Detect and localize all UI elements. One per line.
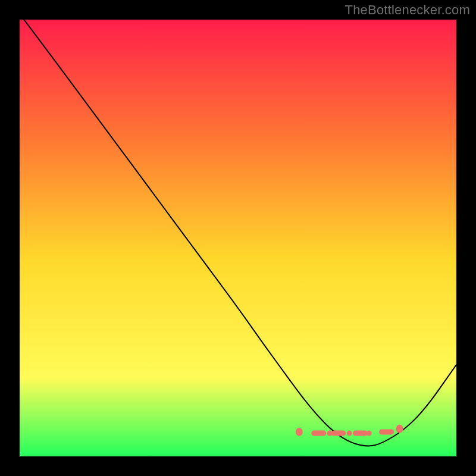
plot-svg: [20, 20, 456, 456]
svg-point-4: [396, 425, 403, 433]
plot-area: [20, 20, 456, 456]
chart-frame: TheBottlenecker.com: [0, 0, 476, 476]
gradient-background: [20, 20, 456, 456]
attribution-label: TheBottlenecker.com: [345, 2, 470, 18]
svg-point-0: [296, 428, 303, 436]
svg-point-2: [347, 431, 352, 436]
svg-point-3: [367, 431, 372, 436]
